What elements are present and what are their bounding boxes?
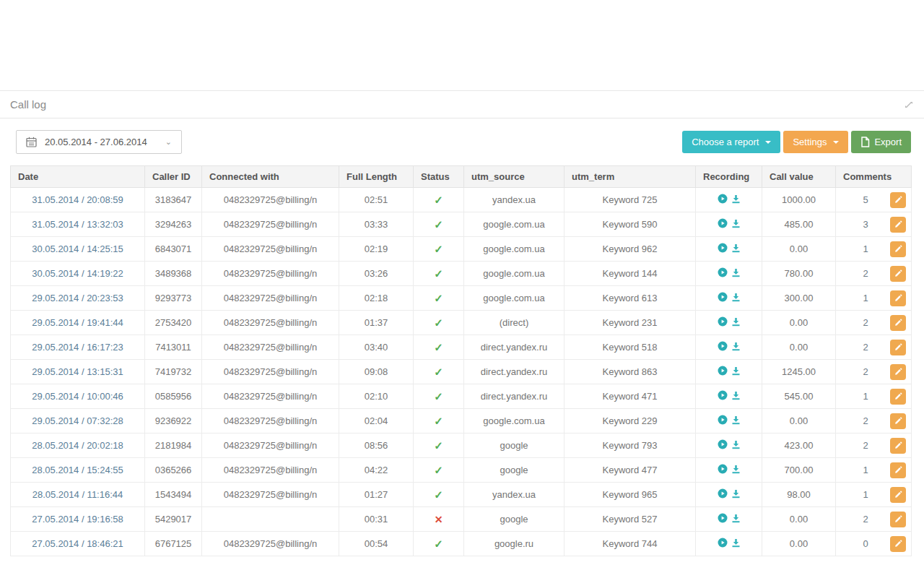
call-date-link[interactable]: 29.05.2014 / 20:23:53 bbox=[11, 286, 145, 311]
edit-comment-button[interactable] bbox=[890, 512, 906, 527]
play-recording-icon[interactable] bbox=[718, 292, 728, 302]
full-length-cell: 02:10 bbox=[339, 384, 414, 409]
call-date-link[interactable]: 28.05.2014 / 20:02:18 bbox=[11, 434, 145, 458]
edit-comment-button[interactable] bbox=[890, 487, 906, 503]
table-row: 29.05.2014 / 07:32:28 9236922 0482329725… bbox=[11, 409, 912, 434]
download-recording-icon[interactable] bbox=[731, 538, 741, 548]
recording-cell bbox=[696, 311, 762, 335]
download-recording-icon[interactable] bbox=[731, 317, 741, 327]
download-recording-icon[interactable] bbox=[731, 243, 741, 253]
edit-comment-button[interactable] bbox=[890, 413, 906, 429]
call-date-link[interactable]: 30.05.2014 / 14:25:15 bbox=[11, 237, 145, 262]
date-range-picker[interactable]: 20.05.2014 - 27.06.2014 ⌄ bbox=[16, 130, 182, 154]
call-date-link[interactable]: 29.05.2014 / 07:32:28 bbox=[11, 409, 145, 434]
play-recording-icon[interactable] bbox=[718, 341, 728, 351]
play-recording-icon[interactable] bbox=[718, 390, 728, 400]
download-recording-icon[interactable] bbox=[731, 219, 741, 228]
status-success-icon: ✓ bbox=[434, 488, 443, 501]
edit-comment-button[interactable] bbox=[890, 536, 906, 552]
call-date-link[interactable]: 29.05.2014 / 10:00:46 bbox=[11, 384, 145, 409]
call-date-link[interactable]: 27.05.2014 / 18:46:21 bbox=[11, 532, 145, 556]
play-recording-icon[interactable] bbox=[718, 513, 728, 523]
download-recording-icon[interactable] bbox=[731, 465, 741, 474]
table-row: 27.05.2014 / 19:16:58 5429017 00:31 ✕ go… bbox=[11, 507, 912, 532]
play-recording-icon[interactable] bbox=[718, 218, 728, 228]
download-recording-icon[interactable] bbox=[731, 514, 741, 523]
edit-comment-button[interactable] bbox=[890, 266, 906, 282]
call-date-link[interactable]: 27.05.2014 / 19:16:58 bbox=[11, 507, 145, 532]
call-value-cell: 0.00 bbox=[762, 532, 836, 556]
comments-count: 2 bbox=[841, 366, 890, 377]
edit-comment-button[interactable] bbox=[890, 217, 906, 233]
edit-comment-button[interactable] bbox=[890, 192, 906, 208]
download-recording-icon[interactable] bbox=[731, 194, 741, 204]
call-date-link[interactable]: 29.05.2014 / 16:17:23 bbox=[11, 335, 145, 360]
download-recording-icon[interactable] bbox=[731, 391, 741, 400]
collapse-arrows-icon[interactable] bbox=[904, 100, 914, 110]
utm-term-cell: Keyword 477 bbox=[565, 458, 696, 483]
play-recording-icon[interactable] bbox=[718, 464, 728, 474]
utm-term-cell: Keyword 527 bbox=[565, 507, 696, 532]
edit-comment-button[interactable] bbox=[890, 389, 906, 405]
download-recording-icon[interactable] bbox=[731, 366, 741, 376]
download-recording-icon[interactable] bbox=[731, 342, 741, 351]
play-recording-icon[interactable] bbox=[718, 267, 728, 277]
call-date-link[interactable]: 31.05.2014 / 20:08:59 bbox=[11, 188, 145, 212]
play-recording-icon[interactable] bbox=[718, 488, 728, 499]
recording-cell bbox=[696, 212, 762, 237]
pencil-icon bbox=[894, 269, 902, 277]
play-recording-icon[interactable] bbox=[718, 415, 728, 425]
call-date-link[interactable]: 30.05.2014 / 14:19:22 bbox=[11, 262, 145, 286]
download-recording-icon[interactable] bbox=[731, 440, 741, 449]
call-value-cell: 700.00 bbox=[762, 458, 836, 483]
status-success-icon: ✓ bbox=[434, 538, 443, 550]
play-recording-icon[interactable] bbox=[718, 194, 728, 204]
download-recording-icon[interactable] bbox=[731, 268, 741, 277]
status-success-icon: ✓ bbox=[434, 415, 443, 427]
utm-term-cell: Keyword 863 bbox=[565, 360, 696, 384]
connected-with-cell: 0482329725@billing/n bbox=[202, 237, 339, 262]
play-recording-icon[interactable] bbox=[718, 538, 728, 548]
status-success-icon: ✓ bbox=[434, 194, 443, 206]
download-recording-icon[interactable] bbox=[731, 489, 741, 499]
status-success-icon: ✓ bbox=[434, 439, 443, 452]
play-recording-icon[interactable] bbox=[718, 243, 728, 253]
call-value-cell: 0.00 bbox=[762, 409, 836, 434]
status-cell: ✓ bbox=[414, 360, 464, 384]
status-cell: ✓ bbox=[414, 286, 464, 311]
edit-comment-button[interactable] bbox=[890, 315, 906, 331]
caller-id-cell: 9236922 bbox=[145, 409, 202, 434]
download-recording-icon[interactable] bbox=[731, 293, 741, 302]
settings-button[interactable]: Settings bbox=[783, 131, 848, 153]
play-recording-icon[interactable] bbox=[718, 316, 728, 327]
date-range-value: 20.05.2014 - 27.06.2014 bbox=[45, 137, 147, 147]
edit-comment-button[interactable] bbox=[890, 438, 906, 454]
edit-comment-button[interactable] bbox=[890, 241, 906, 257]
full-length-cell: 02:04 bbox=[339, 409, 414, 434]
call-date-link[interactable]: 28.05.2014 / 11:16:44 bbox=[11, 483, 145, 507]
call-date-link[interactable]: 31.05.2014 / 13:32:03 bbox=[11, 212, 145, 237]
download-recording-icon[interactable] bbox=[731, 415, 741, 425]
table-row: 29.05.2014 / 20:23:53 9293773 0482329725… bbox=[11, 286, 912, 311]
edit-comment-button[interactable] bbox=[890, 290, 906, 306]
choose-report-button[interactable]: Choose a report bbox=[682, 131, 780, 153]
edit-comment-button[interactable] bbox=[890, 340, 906, 355]
recording-cell bbox=[696, 188, 762, 212]
pencil-icon bbox=[894, 319, 902, 327]
play-recording-icon[interactable] bbox=[718, 366, 728, 376]
comments-count: 1 bbox=[841, 465, 890, 475]
connected-with-cell: 0482329725@billing/n bbox=[202, 188, 339, 212]
utm-source-cell: google.com.ua bbox=[464, 212, 565, 237]
export-button[interactable]: Export bbox=[851, 131, 911, 153]
pencil-icon bbox=[894, 196, 902, 204]
call-date-link[interactable]: 29.05.2014 / 19:41:44 bbox=[11, 311, 145, 335]
call-date-link[interactable]: 28.05.2014 / 15:24:55 bbox=[11, 458, 145, 483]
edit-comment-button[interactable] bbox=[890, 364, 906, 380]
call-date-link[interactable]: 29.05.2014 / 13:15:31 bbox=[11, 360, 145, 384]
connected-with-cell: 0482329725@billing/n bbox=[202, 286, 339, 311]
comments-cell: 2 bbox=[836, 409, 912, 434]
status-success-icon: ✓ bbox=[434, 267, 443, 280]
edit-comment-button[interactable] bbox=[890, 462, 906, 478]
table-row: 27.05.2014 / 18:46:21 6767125 0482329725… bbox=[11, 532, 912, 556]
play-recording-icon[interactable] bbox=[718, 439, 728, 449]
